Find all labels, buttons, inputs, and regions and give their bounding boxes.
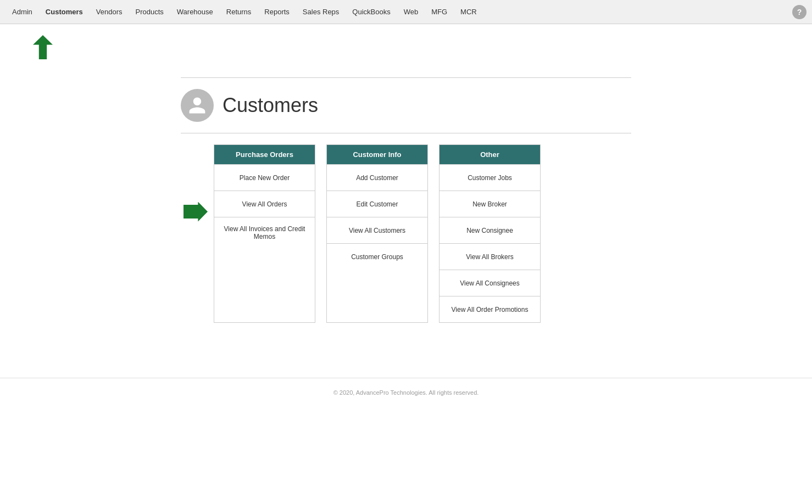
nav-item-reports[interactable]: Reports xyxy=(258,8,296,16)
divider-top xyxy=(181,77,631,78)
avatar xyxy=(181,89,214,122)
columns-container: Purchase OrdersPlace New OrderView All O… xyxy=(214,144,546,323)
nav-item-returns[interactable]: Returns xyxy=(220,8,258,16)
divider-bottom xyxy=(181,133,631,133)
column-2-item-0[interactable]: Customer Jobs xyxy=(440,164,540,191)
column-2: OtherCustomer JobsNew BrokerNew Consigne… xyxy=(439,144,541,323)
column-1-item-0[interactable]: Add Customer xyxy=(327,164,427,191)
nav-item-quickbooks[interactable]: QuickBooks xyxy=(346,8,397,16)
column-0: Purchase OrdersPlace New OrderView All O… xyxy=(214,144,315,323)
navbar: AdminCustomersVendorsProductsWarehouseRe… xyxy=(0,0,812,24)
column-2-item-1[interactable]: New Broker xyxy=(440,191,540,217)
up-arrow-icon[interactable] xyxy=(33,35,53,59)
column-0-item-0[interactable]: Place New Order xyxy=(214,164,315,191)
page-title: Customers xyxy=(223,94,318,117)
nav-item-admin[interactable]: Admin xyxy=(5,8,39,16)
nav-items: AdminCustomersVendorsProductsWarehouseRe… xyxy=(5,8,483,16)
nav-item-vendors[interactable]: Vendors xyxy=(90,8,129,16)
up-arrow-container xyxy=(0,24,812,61)
help-button[interactable]: ? xyxy=(792,5,807,19)
page-content: Customers Purchase OrdersPlace New Order… xyxy=(170,61,642,334)
column-0-item-2[interactable]: View All Invoices and Credit Memos xyxy=(214,217,315,248)
column-2-item-3[interactable]: View All Brokers xyxy=(440,243,540,270)
nav-item-mfg[interactable]: MFG xyxy=(425,8,454,16)
footer: © 2020, AdvancePro Technologies. All rig… xyxy=(0,378,812,407)
column-header-1: Customer Info xyxy=(327,145,427,164)
column-2-item-5[interactable]: View All Order Promotions xyxy=(440,296,540,322)
nav-item-mcr[interactable]: MCR xyxy=(454,8,483,16)
nav-item-products[interactable]: Products xyxy=(129,8,170,16)
column-header-0: Purchase Orders xyxy=(214,145,315,164)
column-2-item-4[interactable]: View All Consignees xyxy=(440,270,540,296)
column-1-item-2[interactable]: View All Customers xyxy=(327,217,427,243)
nav-item-customers[interactable]: Customers xyxy=(39,8,90,16)
page-header: Customers xyxy=(181,89,631,122)
columns-wrapper: Purchase OrdersPlace New OrderView All O… xyxy=(214,144,631,323)
column-header-2: Other xyxy=(440,145,540,164)
column-2-item-2[interactable]: New Consignee xyxy=(440,217,540,243)
arrow-indicator xyxy=(183,202,208,222)
column-1-item-1[interactable]: Edit Customer xyxy=(327,191,427,217)
footer-text: © 2020, AdvancePro Technologies. All rig… xyxy=(333,389,479,396)
nav-item-sales-reps[interactable]: Sales Reps xyxy=(296,8,346,16)
column-0-item-1[interactable]: View All Orders xyxy=(214,191,315,217)
column-1: Customer InfoAdd CustomerEdit CustomerVi… xyxy=(326,144,428,323)
right-arrow-icon xyxy=(183,202,208,222)
nav-item-warehouse[interactable]: Warehouse xyxy=(170,8,220,16)
column-1-item-3[interactable]: Customer Groups xyxy=(327,243,427,270)
nav-item-web[interactable]: Web xyxy=(397,8,425,16)
user-icon xyxy=(187,96,207,115)
